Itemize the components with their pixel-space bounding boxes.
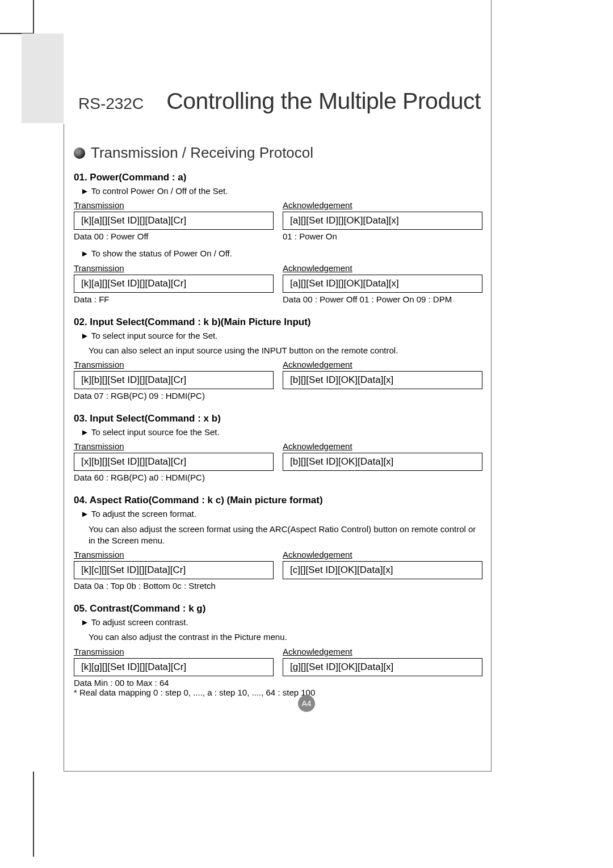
- transmission-column: Transmission[k][a][][Set ID][][Data][Cr]…: [74, 263, 274, 304]
- transmission-note: Data : FF: [74, 294, 274, 304]
- acknowledgement-label: Acknowledgement: [283, 441, 352, 451]
- transmission-code: [k][a][][Set ID][][Data][Cr]: [74, 212, 274, 230]
- command-title: 05. Contrast(Command : k g): [74, 603, 482, 614]
- command-title: 04. Aspect Ratio(Command : k c) (Main pi…: [74, 495, 482, 506]
- tx-ack-row: Transmission[x][b][][Set ID][][Data][Cr]…: [74, 441, 482, 482]
- crop-mark: [0, 0, 34, 34]
- acknowledgement-code: [a][][Set ID][][OK][Data][x]: [283, 212, 482, 230]
- acknowledgement-code: [b][][Set ID][OK][Data][x]: [283, 371, 482, 389]
- command-description: ► To control Power On / Off of the Set.: [81, 186, 482, 197]
- transmission-label: Transmission: [74, 200, 124, 210]
- transmission-label: Transmission: [74, 263, 124, 273]
- transmission-code: [x][b][][Set ID][][Data][Cr]: [74, 453, 274, 471]
- transmission-code: [k][c][][Set ID][][Data][Cr]: [74, 561, 274, 579]
- command-description: ► To select input source foe the Set.: [81, 427, 482, 438]
- tx-ack-row: Transmission[k][a][][Set ID][][Data][Cr]…: [74, 200, 482, 241]
- transmission-note: Data 0a : Top 0b : Bottom 0c : Stretch: [74, 581, 274, 591]
- page-title: Controlling the Multiple Product: [166, 88, 481, 115]
- transmission-label: Transmission: [74, 647, 124, 656]
- transmission-column: Transmission[k][c][][Set ID][][Data][Cr]…: [74, 550, 274, 591]
- acknowledgement-column: Acknowledgement[c][][Set ID][OK][Data][x…: [283, 550, 482, 591]
- transmission-label: Transmission: [74, 441, 124, 451]
- section-head: Transmission / Receiving Protocol: [74, 144, 482, 162]
- command-description: ► To adjust screen contrast.: [81, 617, 482, 628]
- transmission-code: [k][g][][Set ID][][Data][Cr]: [74, 658, 274, 676]
- command-footnote: * Real data mapping 0 : step 0, ...., a …: [74, 688, 482, 697]
- command-description: ► To adjust the screen format.: [81, 508, 482, 520]
- bullet-icon: [74, 148, 85, 159]
- transmission-label: Transmission: [74, 550, 124, 559]
- command-section: 03. Input Select(Command : x b)► To sele…: [74, 413, 482, 482]
- page-border-right: [491, 0, 492, 772]
- transmission-note: Data Min : 00 to Max : 64: [74, 678, 274, 688]
- section-title: Transmission / Receiving Protocol: [91, 144, 313, 162]
- acknowledgement-column: Acknowledgement[g][][Set ID][OK][Data][x…: [283, 647, 482, 688]
- chapter-label: RS-232C: [78, 95, 144, 113]
- page-border-left: [64, 124, 64, 772]
- transmission-note: Data 07 : RGB(PC) 09 : HDMI(PC): [74, 391, 274, 401]
- transmission-note: Data 60 : RGB(PC) a0 : HDMI(PC): [74, 473, 274, 482]
- tx-ack-row: Transmission[k][g][][Set ID][][Data][Cr]…: [74, 647, 482, 688]
- acknowledgement-label: Acknowledgement: [283, 200, 352, 210]
- acknowledgement-column: Acknowledgement[a][][Set ID][][OK][Data]…: [283, 263, 482, 304]
- acknowledgement-note: 01 : Power On: [283, 231, 482, 241]
- transmission-note: Data 00 : Power Off: [74, 231, 274, 241]
- command-section: 02. Input Select(Command : k b)(Main Pic…: [74, 317, 482, 401]
- command-extra-description: ► To show the status of Power On / Off.: [81, 248, 482, 259]
- acknowledgement-note: Data 00 : Power Off 01 : Power On 09 : D…: [283, 294, 482, 304]
- transmission-code: [k][b][][Set ID][][Data][Cr]: [74, 371, 274, 389]
- title-row: RS-232C Controlling the Multiple Product: [78, 88, 481, 115]
- transmission-code: [k][a][][Set ID][][Data][Cr]: [74, 275, 274, 293]
- transmission-column: Transmission[k][b][][Set ID][][Data][Cr]…: [74, 360, 274, 401]
- content-area: Transmission / Receiving Protocol 01. Po…: [74, 144, 482, 710]
- acknowledgement-column: Acknowledgement[a][][Set ID][][OK][Data]…: [283, 200, 482, 241]
- acknowledgement-column: Acknowledgement[b][][Set ID][OK][Data][x…: [283, 360, 482, 401]
- page-number: A4: [298, 695, 315, 712]
- acknowledgement-column: Acknowledgement[b][][Set ID][OK][Data][x…: [283, 441, 482, 482]
- acknowledgement-code: [b][][Set ID][OK][Data][x]: [283, 453, 482, 471]
- command-description: You can also adjust the screen format us…: [89, 524, 482, 547]
- tx-ack-row: Transmission[k][a][][Set ID][][Data][Cr]…: [74, 263, 482, 304]
- acknowledgement-label: Acknowledgement: [283, 550, 352, 559]
- command-section: 01. Power(Command : a)► To control Power…: [74, 172, 482, 304]
- command-title: 02. Input Select(Command : k b)(Main Pic…: [74, 317, 482, 328]
- page-border-bottom: [64, 771, 492, 772]
- tx-ack-row: Transmission[k][b][][Set ID][][Data][Cr]…: [74, 360, 482, 401]
- command-title: 01. Power(Command : a): [74, 172, 482, 183]
- command-description: ► To select input source for the Set.: [81, 330, 482, 342]
- acknowledgement-label: Acknowledgement: [283, 647, 352, 656]
- crop-edge: [33, 772, 34, 857]
- acknowledgement-code: [c][][Set ID][OK][Data][x]: [283, 561, 482, 579]
- transmission-label: Transmission: [74, 360, 124, 369]
- transmission-column: Transmission[k][a][][Set ID][][Data][Cr]…: [74, 200, 274, 241]
- acknowledgement-label: Acknowledgement: [283, 360, 352, 369]
- transmission-column: Transmission[x][b][][Set ID][][Data][Cr]…: [74, 441, 274, 482]
- decorative-shade: [22, 33, 64, 123]
- command-description: You can also adjust the contrast in the …: [89, 631, 482, 643]
- command-section: 05. Contrast(Command : k g)► To adjust s…: [74, 603, 482, 697]
- acknowledgement-code: [g][][Set ID][OK][Data][x]: [283, 658, 482, 676]
- command-description: You can also select an input source usin…: [89, 345, 482, 356]
- command-section: 04. Aspect Ratio(Command : k c) (Main pi…: [74, 495, 482, 591]
- acknowledgement-code: [a][][Set ID][][OK][Data][x]: [283, 275, 482, 293]
- tx-ack-row: Transmission[k][c][][Set ID][][Data][Cr]…: [74, 550, 482, 591]
- transmission-column: Transmission[k][g][][Set ID][][Data][Cr]…: [74, 647, 274, 688]
- command-title: 03. Input Select(Command : x b): [74, 413, 482, 424]
- acknowledgement-label: Acknowledgement: [283, 263, 352, 273]
